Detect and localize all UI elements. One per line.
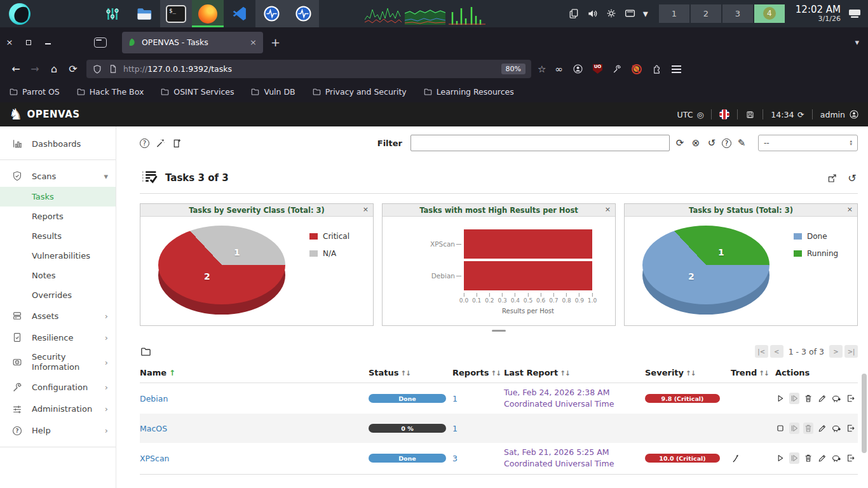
- tray-caret-icon[interactable]: ▾: [643, 8, 648, 20]
- workspace-2[interactable]: 2: [691, 4, 721, 23]
- move-to-trash-folder-icon[interactable]: [140, 346, 152, 358]
- firefox-view-icon[interactable]: [94, 37, 107, 48]
- zoom-level-badge[interactable]: 80%: [501, 64, 526, 74]
- page-prev-button[interactable]: <: [770, 345, 783, 358]
- delete-task-icon[interactable]: [803, 393, 813, 404]
- last-report-link[interactable]: Tue, Feb 24, 2026 2:38 AM Coordinated Un…: [504, 388, 614, 409]
- page-last-button[interactable]: >|: [844, 345, 858, 358]
- window-close-icon[interactable]: ×: [0, 37, 19, 47]
- sidebar-item-security-information[interactable]: Security Information›: [0, 348, 116, 377]
- sort-icon[interactable]: ↑↓: [401, 369, 411, 377]
- browser-tab[interactable]: OPENVAS - Tasks ×: [122, 32, 263, 53]
- bookmark-folder-privacy-and-security[interactable]: Privacy and Security: [312, 87, 407, 97]
- url-text[interactable]: http://127.0.0.1:9392/tasks: [123, 64, 501, 74]
- filter-edit-icon[interactable]: ✎: [736, 137, 747, 149]
- new-task-icon[interactable]: [172, 138, 182, 149]
- bookmark-folder-vuln-db[interactable]: Vuln DB: [250, 87, 295, 97]
- new-tab-icon[interactable]: +: [271, 36, 280, 49]
- resume-task-icon[interactable]: [789, 452, 799, 464]
- sidebar-item-configuration[interactable]: Configuration›: [0, 377, 116, 398]
- filter-refresh-icon[interactable]: ⟳: [674, 137, 686, 149]
- home-icon[interactable]: ⌂: [44, 63, 64, 75]
- clone-task-icon[interactable]: [831, 393, 842, 404]
- timezone-selector[interactable]: UTC◎: [677, 110, 704, 119]
- delete-task-icon[interactable]: [803, 452, 813, 464]
- devtools-wrench-icon[interactable]: [612, 64, 622, 74]
- bookmark-folder-hack-the-box[interactable]: Hack The Box: [76, 87, 144, 97]
- list-all-tabs-icon[interactable]: ▾: [855, 37, 859, 47]
- clone-task-icon[interactable]: [831, 423, 842, 434]
- user-menu[interactable]: admin: [820, 109, 859, 119]
- card-close-icon[interactable]: ×: [363, 205, 369, 214]
- app-vscode-icon[interactable]: [224, 0, 255, 27]
- resume-task-icon[interactable]: [789, 423, 799, 434]
- display-icon[interactable]: [624, 8, 636, 20]
- col-trend[interactable]: Trend↑↓: [731, 363, 775, 383]
- sidebar-item-help[interactable]: Help›: [0, 420, 116, 442]
- back-icon[interactable]: ←: [6, 63, 25, 75]
- page-reset-icon[interactable]: ↺: [846, 172, 858, 184]
- app-monitor2-icon[interactable]: [287, 0, 319, 27]
- cookie-blocker-icon[interactable]: [632, 64, 642, 74]
- task-name-link[interactable]: Debian: [140, 394, 168, 403]
- tracking-shield-icon[interactable]: [92, 64, 102, 74]
- stop-task-icon[interactable]: [775, 423, 785, 434]
- clone-task-icon[interactable]: [831, 452, 842, 464]
- bookmark-folder-parrot-os[interactable]: Parrot OS: [9, 87, 60, 97]
- manual-icon[interactable]: [745, 110, 755, 119]
- app-files-icon[interactable]: [128, 0, 160, 27]
- ublock-origin-icon[interactable]: UO: [593, 64, 602, 74]
- filter-help-icon[interactable]: ?: [722, 139, 731, 148]
- sidebar-item-resilience[interactable]: Resilience›: [0, 327, 116, 348]
- filter-reset-icon[interactable]: ↺: [706, 137, 717, 149]
- volume-icon[interactable]: [587, 8, 599, 20]
- settings-gear-icon[interactable]: [606, 8, 617, 19]
- task-name-link[interactable]: XPScan: [140, 454, 170, 463]
- sort-icon[interactable]: ↑↓: [686, 369, 696, 377]
- col-reports[interactable]: Reports↑↓: [452, 363, 504, 383]
- col-last-report[interactable]: Last Report↑↓: [504, 363, 645, 383]
- workspace-3[interactable]: 3: [722, 4, 753, 23]
- forward-icon[interactable]: →: [25, 63, 44, 75]
- sidebar-item-tasks[interactable]: Tasks: [0, 187, 116, 207]
- sidebar-item-results[interactable]: Results: [0, 226, 116, 246]
- workspace-1[interactable]: 1: [659, 4, 689, 23]
- app-settings-icon[interactable]: [97, 0, 128, 27]
- page-scrollbar-thumb[interactable]: [862, 374, 867, 453]
- page-permissions-icon[interactable]: [108, 64, 118, 74]
- tab-close-icon[interactable]: ×: [248, 37, 258, 47]
- export-task-icon[interactable]: [846, 452, 856, 464]
- dashboard-resize-handle[interactable]: [492, 330, 506, 332]
- app-firefox-icon[interactable]: [192, 0, 224, 27]
- export-page-icon[interactable]: [827, 173, 837, 184]
- start-task-icon[interactable]: [775, 452, 785, 464]
- url-bar[interactable]: http://127.0.0.1:9392/tasks 80%: [86, 60, 531, 78]
- sidebar-item-notes[interactable]: Notes: [0, 266, 116, 285]
- clipboard-icon[interactable]: [567, 8, 580, 20]
- filter-clear-icon[interactable]: ⊗: [690, 137, 702, 149]
- col-name[interactable]: Name↑: [140, 363, 369, 383]
- edit-task-icon[interactable]: [817, 452, 827, 464]
- system-monitor-graphs[interactable]: [365, 3, 485, 25]
- sidebar-item-reports[interactable]: Reports: [0, 207, 116, 226]
- export-task-icon[interactable]: [846, 393, 856, 404]
- reports-count-link[interactable]: 1: [452, 394, 458, 403]
- window-maximize-icon[interactable]: [19, 37, 38, 47]
- reload-icon[interactable]: ⟳: [64, 63, 83, 75]
- edit-task-icon[interactable]: [817, 423, 827, 434]
- start-task-icon[interactable]: [775, 393, 785, 404]
- sidebar-item-assets[interactable]: Assets›: [0, 305, 116, 327]
- last-report-link[interactable]: Sat, Feb 21, 2026 5:25 AM Coordinated Un…: [504, 447, 614, 468]
- filter-input[interactable]: [410, 135, 670, 151]
- export-task-icon[interactable]: [846, 423, 856, 434]
- sidebar-item-administration[interactable]: Administration›: [0, 398, 116, 420]
- card-close-icon[interactable]: ×: [605, 205, 611, 214]
- sidebar-item-vulnerabilities[interactable]: Vulnerabilities: [0, 246, 116, 266]
- task-wizard-wand-icon[interactable]: [155, 138, 166, 149]
- edit-task-icon[interactable]: [817, 393, 827, 404]
- sidebar-item-scans[interactable]: Scans▾: [0, 165, 116, 187]
- privacy-mask-icon[interactable]: ∞: [555, 64, 563, 75]
- card-close-icon[interactable]: ×: [847, 205, 853, 214]
- bookmark-folder-learning-resources[interactable]: Learning Resources: [423, 87, 514, 97]
- parrot-menu-icon[interactable]: [9, 3, 31, 25]
